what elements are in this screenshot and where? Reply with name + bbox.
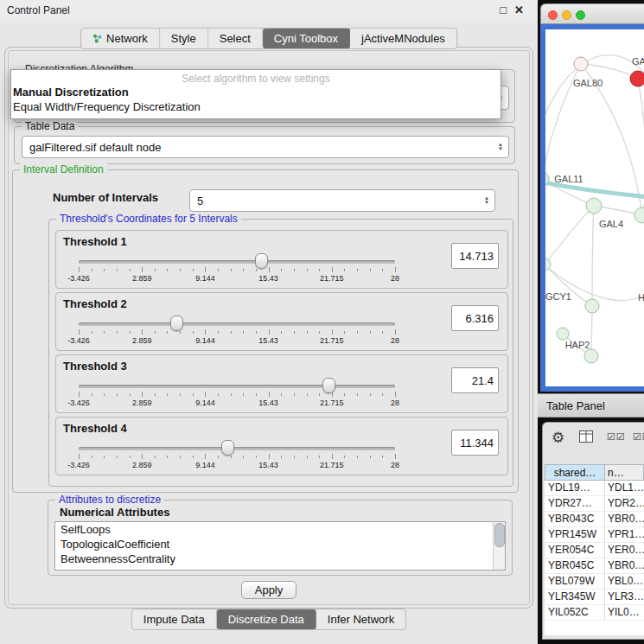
threshold-3-slider[interactable]: -3.4262.8599.14415.4321.71528	[79, 374, 395, 411]
tick-label: -3.426	[67, 461, 90, 469]
gene-node[interactable]	[585, 299, 599, 313]
gear-icon[interactable]: ⚙	[552, 429, 564, 447]
float-window-icon[interactable]: □	[500, 3, 507, 16]
tick	[370, 456, 371, 458]
table-row[interactable]: YLR345WYLR3…	[545, 590, 644, 605]
tick	[167, 269, 168, 271]
table-cell: YIL0…	[605, 605, 644, 620]
tab-jactivemnodules[interactable]: jActiveMNodules	[350, 29, 456, 48]
network-canvas[interactable]: GAL80 GA GAL11 GAL4 GCY1 H HAP2	[545, 29, 644, 386]
tab-cyni-toolbox[interactable]: Cyni Toolbox	[263, 29, 350, 48]
threshold-1-value[interactable]: 14.713	[451, 243, 499, 269]
tick	[243, 331, 244, 334]
tick	[395, 267, 396, 272]
tick	[344, 331, 345, 334]
tab-impute-data[interactable]: Impute Data	[132, 609, 217, 629]
table-cell: YDR2…	[605, 496, 644, 511]
tick-labels: -3.4262.8599.14415.4321.71528	[79, 274, 395, 284]
tick	[243, 456, 244, 458]
table-row[interactable]: YBR045CYBR0…	[545, 558, 644, 574]
tick	[104, 456, 105, 458]
tick	[307, 393, 308, 396]
algorithm-option[interactable]: Equal Width/Frequency Discretization	[11, 99, 501, 114]
tab-infer-network[interactable]: Infer Network	[316, 609, 405, 629]
close-icon[interactable]: ✕	[514, 3, 524, 16]
number-of-intervals-label: Number of Intervals	[53, 191, 158, 204]
tick	[104, 331, 105, 334]
list-item[interactable]: BetweennessCentrality	[55, 552, 505, 566]
table-panel-title: Table Panel	[538, 394, 644, 412]
threshold-2-value[interactable]: 6.316	[451, 305, 499, 331]
tick-row	[79, 329, 395, 335]
list-item[interactable]: SelfLoops	[55, 522, 505, 537]
tick	[79, 267, 80, 272]
gene-node[interactable]	[584, 349, 598, 363]
threshold-2-slider[interactable]: -3.4262.8599.14415.4321.71528	[79, 312, 395, 348]
table-data-combobox[interactable]: galFiltered.sif default node ▲▼	[22, 136, 509, 158]
list-scrollbar[interactable]	[493, 522, 505, 570]
highlighted-gene-node[interactable]	[630, 71, 644, 86]
threshold-4-slider[interactable]: -3.4262.8599.14415.4321.71528	[79, 437, 395, 473]
scrollbar-thumb[interactable]	[494, 523, 505, 547]
tick	[117, 269, 118, 271]
tab-discretize-data[interactable]: Discretize Data	[217, 609, 316, 629]
table-toolbar: ⚙ ☑☑ ☑☑	[543, 423, 644, 461]
group-title-interval-definition: Interval Definition	[20, 163, 107, 175]
columns-icon[interactable]	[579, 430, 593, 446]
threshold-1-slider[interactable]: -3.4262.8599.14415.4321.71528	[79, 250, 395, 286]
tab-label: Select	[220, 32, 251, 45]
threshold-4-value[interactable]: 11.344	[451, 430, 499, 456]
bottom-tabstrip: Impute DataDiscretize DataInfer Network	[131, 609, 406, 630]
column-header-name[interactable]: n…	[605, 464, 644, 481]
table-row[interactable]: YBR043CYBR0…	[545, 512, 644, 527]
numerical-attributes-list[interactable]: SelfLoopsTopologicalCoefficientBetweenne…	[54, 521, 506, 571]
tick-labels: -3.4262.8599.14415.4321.71528	[79, 461, 395, 471]
gene-node[interactable]	[634, 207, 644, 223]
threshold-3-value[interactable]: 21.4	[451, 367, 499, 393]
table-row[interactable]: YIL052CYIL0…	[545, 605, 644, 621]
tick	[92, 393, 92, 396]
node-label-partial-top: GA	[632, 56, 644, 67]
apply-button[interactable]: Apply	[241, 581, 296, 599]
tick	[155, 456, 156, 458]
tick	[370, 393, 371, 396]
checkbox-icons[interactable]: ☑☑	[607, 431, 626, 443]
list-item[interactable]: TopologicalCoefficient	[55, 537, 505, 552]
tab-select[interactable]: Select	[208, 29, 263, 48]
minimize-traffic-light-icon[interactable]	[562, 10, 571, 20]
node-label-gal11: GAL11	[554, 174, 583, 184]
network-view-frame: GAL80 GA GAL11 GAL4 GCY1 H HAP2	[540, 24, 644, 392]
number-of-intervals-combobox[interactable]: 5 ▲▼	[189, 189, 495, 212]
tick-label: -3.426	[67, 399, 90, 407]
close-traffic-light-icon[interactable]	[548, 10, 558, 20]
tick	[180, 456, 181, 458]
control-panel: Control Panel □ ✕ NetworkStyleSelectCyni…	[0, 0, 538, 644]
slider-track	[79, 260, 395, 264]
zoom-traffic-light-icon[interactable]	[576, 10, 585, 20]
network-nodes[interactable]	[545, 57, 644, 363]
tab-network[interactable]: Network	[81, 29, 160, 48]
popup-options: Manual DiscretizationEqual Width/Frequen…	[11, 85, 501, 114]
table-cell: YDL1…	[605, 481, 644, 495]
tick-label: 2.859	[132, 274, 152, 283]
tick-label: 2.859	[132, 336, 152, 345]
tab-label: Impute Data	[143, 613, 205, 626]
gene-node[interactable]	[574, 57, 588, 71]
tab-style[interactable]: Style	[160, 29, 208, 48]
tick	[167, 331, 168, 334]
tick	[92, 269, 92, 271]
column-header-shared[interactable]: shared…	[545, 464, 605, 481]
tick	[319, 269, 320, 271]
checkbox-icons-2[interactable]: ☑☑	[633, 431, 644, 443]
table-row[interactable]: YDR27…YDR2…	[545, 496, 644, 512]
tick	[319, 331, 320, 334]
table-row[interactable]: YBL079WYBL0…	[545, 574, 644, 590]
gene-node[interactable]	[586, 198, 602, 214]
table-row[interactable]: YDL19…YDL1…	[545, 481, 644, 496]
table-row[interactable]: YER054CYER0…	[545, 543, 644, 558]
tick	[307, 331, 308, 334]
table-row[interactable]: YPR145WYPR1…	[545, 527, 644, 543]
algorithm-option[interactable]: Manual Discretization	[11, 85, 501, 99]
tick	[344, 456, 345, 458]
gene-node[interactable]	[557, 328, 569, 340]
